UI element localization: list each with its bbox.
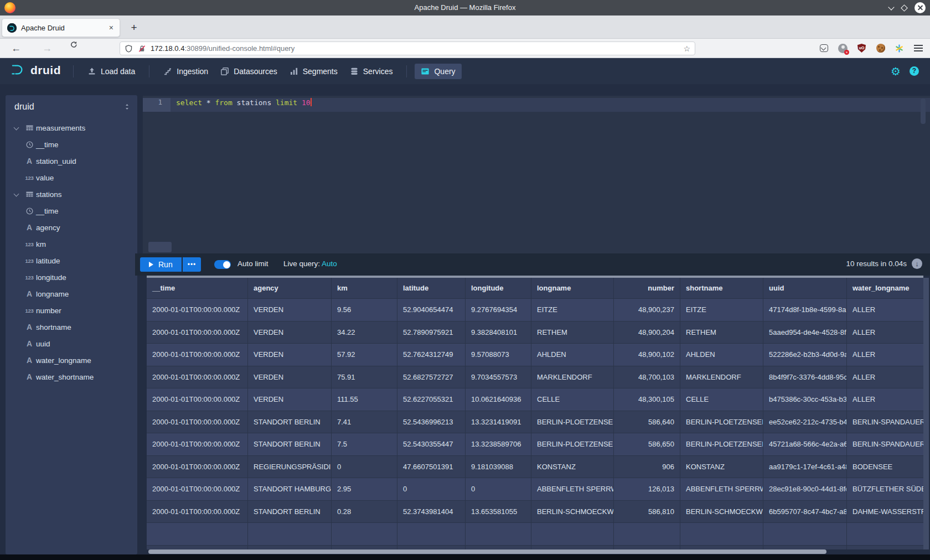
table-cell[interactable]: 47.6607501391 [397,456,466,478]
new-tab-button[interactable]: + [126,20,142,35]
shield-icon[interactable] [125,44,133,53]
table-cell[interactable]: RETHEM [531,322,614,344]
table-cell[interactable]: 45721a68-566c-4e2a-a6 [763,433,847,455]
live-query-value[interactable]: Auto [322,260,337,268]
table-cell[interactable]: 111.55 [332,388,397,411]
table-cell[interactable]: STANDORT BERLIN [248,433,332,455]
table-cell[interactable]: VERDEN [248,299,332,321]
tree-item---time[interactable]: __time [6,136,137,153]
column-header-shortname[interactable]: shortname [680,278,763,298]
table-cell[interactable]: MARKLENDORF [531,366,614,388]
table-cell[interactable]: 48,900,204 [614,322,680,344]
tree-item-shortname[interactable]: Ashortname [6,319,137,335]
table-cell[interactable]: 586,640 [614,411,680,433]
table-cell[interactable]: MARKLENDORF [680,366,763,388]
window-maximize-icon[interactable] [901,4,908,12]
table-cell[interactable]: 2000-01-01T00:00:00.000Z [147,478,248,500]
column-header-latitude[interactable]: latitude [397,278,466,298]
table-cell[interactable]: 0 [397,478,466,500]
table-cell[interactable]: 522286e2-b2b3-4d0d-9a [763,344,847,366]
column-header-number[interactable]: number [614,278,680,298]
table-cell[interactable]: 9.2767694354 [466,299,531,321]
download-icon[interactable]: ↓ [912,258,922,269]
table-cell[interactable]: 0.28 [332,501,397,523]
window-minimize-icon[interactable] [888,5,894,11]
table-cell[interactable]: 52.3743981404 [397,501,466,523]
table-cell[interactable]: VERDEN [248,366,332,388]
table-cell[interactable]: STANDORT HAMBURG [248,478,332,500]
table-cell[interactable]: BERLIN-SPANDAUER-SC [847,411,923,433]
browser-tab-apache-druid[interactable]: Apache Druid × [2,18,120,37]
sql-query-line[interactable]: select * from stations limit 10 [170,98,930,112]
nav-item-datasources[interactable]: Datasources [214,64,283,79]
table-cell[interactable]: 13.3238589706 [466,433,531,455]
help-icon[interactable]: ? [910,66,919,76]
table-cell[interactable]: STANDORT BERLIN [248,501,332,523]
tree-item-water-shortname[interactable]: Awater_shortname [6,369,137,385]
table-cell[interactable]: REGIERUNGSPRÄSIDIUM [248,456,332,478]
table-cell[interactable]: ALLER [847,299,923,321]
table-cell[interactable]: 48,900,102 [614,344,680,366]
table-cell[interactable]: ALLER [847,388,923,411]
column-header-km[interactable]: km [332,278,397,298]
table-cell[interactable]: ABBENFLETH SPERRWERK [531,478,614,500]
tab-close-icon[interactable]: × [108,23,115,32]
table-cell[interactable]: 0 [466,478,531,500]
table-cell[interactable]: 52.7890975921 [397,322,466,344]
table-cell[interactable]: ALLER [847,322,923,344]
run-more-button[interactable]: ••• [183,257,202,272]
table-cell[interactable]: RETHEM [680,322,763,344]
table-cell[interactable]: 9.181039088 [466,456,531,478]
table-cell[interactable]: 52.5436996213 [397,411,466,433]
table-cell[interactable]: 126,013 [614,478,680,500]
nav-item-load-data[interactable]: Load data [81,64,141,79]
settings-gear-icon[interactable]: ⚙ [891,66,901,77]
column-header-uuid[interactable]: uuid [763,278,847,298]
table-cell[interactable]: 2000-01-01T00:00:00.000Z [147,456,248,478]
table-cell[interactable]: 48,900,237 [614,299,680,321]
table-cell[interactable]: 47174d8f-1b8e-4599-8a [763,299,847,321]
table-cell[interactable]: 2000-01-01T00:00:00.000Z [147,322,248,344]
tree-item-value[interactable]: 123value [6,169,137,186]
table-cell[interactable]: AHLDEN [680,344,763,366]
table-cell[interactable]: 906 [614,456,680,478]
table-cell[interactable]: 2000-01-01T00:00:00.000Z [147,366,248,388]
table-cell[interactable]: 48,700,103 [614,366,680,388]
pocket-icon[interactable] [819,43,829,54]
table-cell[interactable]: 586,810 [614,501,680,523]
table-cell[interactable]: BODENSEE [847,456,923,478]
account-icon[interactable] [838,43,848,54]
table-cell[interactable]: 2000-01-01T00:00:00.000Z [147,388,248,411]
tree-item-number[interactable]: 123number [6,302,137,319]
asterisk-icon[interactable] [894,43,905,54]
table-cell[interactable]: 2000-01-01T00:00:00.000Z [147,501,248,523]
auto-limit-toggle[interactable] [214,260,231,269]
table-cell[interactable]: 586,650 [614,433,680,455]
table-cell[interactable]: 75.91 [332,366,397,388]
tree-item-agency[interactable]: Aagency [6,219,137,236]
reload-button[interactable] [70,40,86,56]
column-header---time[interactable]: __time [147,278,248,298]
table-cell[interactable]: b475386c-30cc-453a-b3 [763,388,847,411]
sort-icon[interactable] [123,103,131,111]
results-hscroll-thumb[interactable] [148,549,826,554]
cookie-icon[interactable] [875,43,886,54]
table-cell[interactable]: 57.92 [332,344,397,366]
table-cell[interactable]: 52.6827572727 [397,366,466,388]
column-header-water-longname[interactable]: water_longname [847,278,923,298]
table-cell[interactable]: 2000-01-01T00:00:00.000Z [147,411,248,433]
table-cell[interactable]: VERDEN [248,322,332,344]
table-cell[interactable]: VERDEN [248,388,332,411]
url-input[interactable]: 172.18.0.4:30899/unified-console.html#qu… [120,42,695,55]
table-cell[interactable]: BERLIN-SPANDAUER-SC [847,433,923,455]
table-cell[interactable]: 52.6227055321 [397,388,466,411]
table-cell[interactable]: 9.57088073 [466,344,531,366]
table-cell[interactable]: CELLE [531,388,614,411]
table-cell[interactable]: BERLIN-SCHMOECKWITZ [680,501,763,523]
column-header-longitude[interactable]: longitude [466,278,531,298]
table-cell[interactable]: 9.7034557573 [466,366,531,388]
table-cell[interactable]: EITZE [531,299,614,321]
table-cell[interactable]: 13.653581055 [466,501,531,523]
nav-item-services[interactable]: Services [344,64,399,79]
lock-insecure-icon[interactable] [138,44,146,53]
